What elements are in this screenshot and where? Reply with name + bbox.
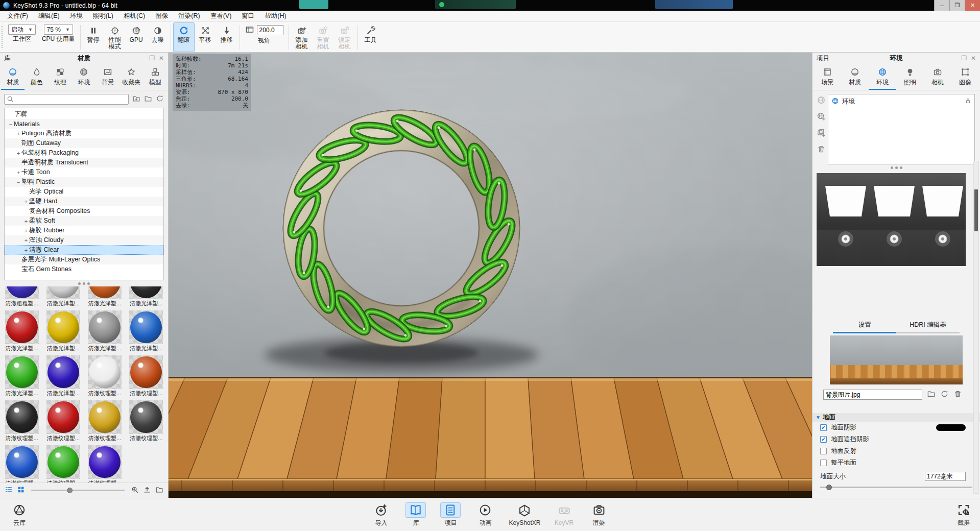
material-thumbnail[interactable]: 清澈纹理塑... xyxy=(45,443,81,482)
tree-item[interactable]: 光学 Optical xyxy=(5,187,163,197)
ribbon-import[interactable]: 导入 xyxy=(370,502,392,527)
material-thumbnail[interactable]: 清澈光泽塑... xyxy=(45,286,81,308)
material-thumbnail[interactable]: 清澈光泽塑... xyxy=(129,308,164,353)
project-tab-0[interactable]: 场景 xyxy=(814,65,841,90)
ground-size-slider[interactable] xyxy=(820,487,972,488)
globe-icon[interactable] xyxy=(817,95,826,106)
refresh-icon[interactable] xyxy=(940,390,949,400)
folder-add-icon[interactable] xyxy=(132,94,140,104)
menu-item[interactable]: 图像 xyxy=(150,11,173,21)
material-thumbnail[interactable]: 清澈光泽塑... xyxy=(45,308,81,353)
delete-icon[interactable] xyxy=(953,390,962,400)
material-search-input[interactable] xyxy=(4,94,129,105)
ground-size-field[interactable] xyxy=(925,472,966,481)
material-thumbnail[interactable]: 清澈纹理塑... xyxy=(129,353,164,398)
ribbon-library-book[interactable]: 库 xyxy=(404,502,427,527)
backplate-thumbnail[interactable] xyxy=(830,335,963,384)
tree-item[interactable]: 宝石 Gem Stones xyxy=(5,264,163,274)
menu-item[interactable]: 照明(L) xyxy=(88,11,118,21)
tree-expander[interactable]: + xyxy=(23,199,29,205)
menu-item[interactable]: 渲染(R) xyxy=(173,11,205,21)
material-thumbnail[interactable]: 清澈粗糙塑... xyxy=(4,286,39,308)
library-tab-2[interactable]: 纹理 xyxy=(49,65,72,90)
ribbon-render[interactable]: 渲染 xyxy=(588,502,610,527)
open-folder-icon[interactable] xyxy=(927,390,936,400)
close-button[interactable]: ✕ xyxy=(965,0,980,11)
tree-expander[interactable]: + xyxy=(23,218,29,224)
material-thumbnail[interactable]: 清澈光泽塑... xyxy=(87,286,123,308)
checkbox[interactable]: ✓ xyxy=(820,448,827,454)
toolbar-button-add-camera[interactable]: 添加相机 xyxy=(291,22,313,52)
toolbar-drag-handle[interactable] xyxy=(2,26,4,48)
delete-environment-icon[interactable] xyxy=(817,144,826,155)
settings-tab-0[interactable]: 设置 xyxy=(833,319,896,333)
thumbnail-size-slider[interactable] xyxy=(31,490,125,491)
material-thumbnail[interactable]: 清澈纹理塑... xyxy=(87,398,123,443)
menu-item[interactable]: 编辑(E) xyxy=(33,11,65,21)
menu-item[interactable]: 窗口 xyxy=(236,11,259,21)
menu-item[interactable]: 文件(F) xyxy=(2,11,33,21)
tree-item[interactable]: +清澈 Clear xyxy=(5,245,163,255)
panel-scrollbar[interactable] xyxy=(973,161,979,494)
tree-expander[interactable]: + xyxy=(15,150,21,156)
ribbon-keyvr[interactable]: KeyVR xyxy=(553,503,576,526)
tree-item[interactable]: −Materials xyxy=(5,119,163,129)
folder-icon[interactable] xyxy=(144,94,152,104)
material-thumbnail[interactable]: 清澈光泽塑... xyxy=(4,353,39,398)
toolbar-button-pause[interactable]: 暂停 xyxy=(83,22,104,52)
lock-icon[interactable] xyxy=(965,98,971,106)
tree-expander[interactable]: − xyxy=(15,179,21,185)
tree-expander[interactable]: + xyxy=(23,228,29,234)
project-tab-1[interactable]: 材质 xyxy=(841,65,869,90)
material-thumbnail[interactable]: 清澈纹理塑... xyxy=(4,443,39,482)
toolbar-button-gpu[interactable]: GGPU xyxy=(126,22,147,52)
tree-item[interactable]: +包装材料 Packaging xyxy=(5,148,163,158)
project-tab-2[interactable]: 环境 xyxy=(869,65,896,90)
ribbon-keyshotxr[interactable]: KeyShotXR xyxy=(509,503,540,526)
toolbar-button-dolly[interactable]: 推移 xyxy=(216,22,237,52)
slider-knob[interactable] xyxy=(826,485,832,490)
tree-item[interactable]: +坚硬 Hard xyxy=(5,197,163,206)
material-thumbnail[interactable]: 清澈纹理塑... xyxy=(87,443,123,482)
menu-item[interactable]: 环境 xyxy=(65,11,88,21)
tree-expander[interactable]: + xyxy=(23,237,29,244)
ribbon-screenshot[interactable]: 截屏 xyxy=(952,502,975,527)
panel-splitter-dots[interactable] xyxy=(812,164,980,171)
tree-item[interactable]: −塑料 Plastic xyxy=(5,177,163,187)
float-panel-icon[interactable]: ❐ xyxy=(149,55,155,62)
tree-item[interactable]: 剖面 Cutaway xyxy=(5,138,163,148)
project-tab-5[interactable]: 图像 xyxy=(951,65,979,90)
tree-expander[interactable]: − xyxy=(8,121,14,127)
render-viewport[interactable]: 每秒帧数:16.1时间:7m 21s采样值:424三角形:68,164NURBS… xyxy=(169,53,812,498)
close-panel-icon[interactable]: ✕ xyxy=(971,55,976,62)
ribbon-project-doc[interactable]: 项目 xyxy=(439,502,462,527)
project-tab-4[interactable]: 相机 xyxy=(924,65,951,90)
tree-expander[interactable]: + xyxy=(23,247,29,253)
library-tab-1[interactable]: 颜色 xyxy=(25,65,48,90)
list-view-icon[interactable] xyxy=(5,486,13,495)
upload-icon[interactable] xyxy=(143,486,151,495)
ground-section-header[interactable]: ▼ 地面 xyxy=(812,413,980,422)
shadow-color-swatch[interactable] xyxy=(936,424,966,431)
environment-list-item[interactable]: 环境 xyxy=(830,96,973,107)
focal-length-field[interactable] xyxy=(257,25,283,35)
material-thumbnail[interactable]: 清澈光泽塑... xyxy=(4,308,39,353)
toolbar-button-lock-camera[interactable]: 锁定相机 xyxy=(334,22,355,52)
library-tab-0[interactable]: 材质 xyxy=(1,65,25,90)
checkbox[interactable]: ✓ xyxy=(820,436,827,443)
grid-view-icon[interactable] xyxy=(17,486,25,495)
library-tab-3[interactable]: 环境 xyxy=(72,65,95,90)
tree-item[interactable]: 下载 xyxy=(5,109,163,119)
tree-expander[interactable]: + xyxy=(15,131,21,137)
ribbon-animation[interactable]: 动画 xyxy=(474,502,496,527)
tree-item[interactable]: 半透明材质 Translucent xyxy=(5,158,163,167)
tree-item[interactable]: +浑浊 Cloudy xyxy=(5,235,163,245)
material-thumbnail[interactable]: 清澈光泽塑... xyxy=(129,286,164,308)
toolbar-button-performance[interactable]: P性能模式 xyxy=(104,22,126,52)
menu-item[interactable]: 帮助(H) xyxy=(259,11,291,21)
library-tab-5[interactable]: 收藏夹 xyxy=(119,65,143,90)
checkbox[interactable]: ✓ xyxy=(820,460,827,466)
scrollbar-thumb[interactable] xyxy=(974,189,978,231)
material-thumbnail[interactable]: 清澈纹理塑... xyxy=(129,398,164,443)
maximize-button[interactable]: ❐ xyxy=(949,0,965,11)
